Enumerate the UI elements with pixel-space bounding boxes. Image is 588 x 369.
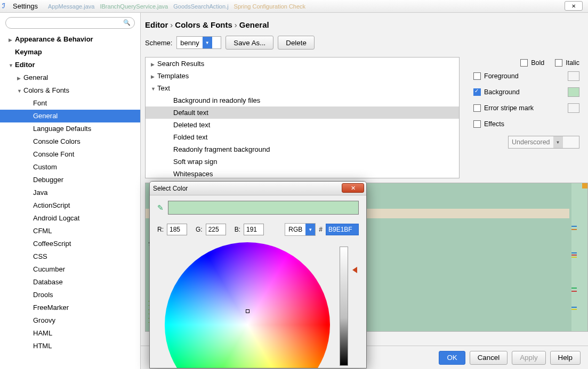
tree-item[interactable]: ▼Editor bbox=[0, 59, 140, 71]
tree-item[interactable]: Drools bbox=[0, 289, 140, 301]
tree-item[interactable]: CSS bbox=[0, 250, 140, 263]
tree-item[interactable]: Java bbox=[0, 186, 140, 199]
category-item[interactable]: Default text bbox=[146, 106, 459, 119]
bold-checkbox[interactable]: Bold bbox=[520, 59, 544, 67]
ok-button[interactable]: OK bbox=[439, 351, 465, 365]
background-checkbox[interactable]: Background bbox=[473, 88, 520, 96]
chevron-down-icon: ▼ bbox=[203, 37, 212, 48]
tree-item[interactable]: Debugger bbox=[0, 174, 140, 186]
chevron-down-icon: ▼ bbox=[305, 224, 315, 235]
category-item[interactable]: Folded text bbox=[146, 131, 459, 143]
settings-tree[interactable]: ▶Appearance & BehaviorKeymap▼Editor▶Gene… bbox=[0, 32, 140, 369]
background-tabs: AppMessage.java IBranchQueryService.java… bbox=[0, 0, 588, 13]
effects-checkbox[interactable]: Effects bbox=[473, 120, 504, 128]
dialog-title-bar[interactable]: Select Color ✕ bbox=[150, 182, 366, 195]
help-button[interactable]: Help bbox=[550, 351, 581, 365]
r-input[interactable] bbox=[167, 224, 187, 235]
tree-item[interactable]: ▼Colors & Fonts bbox=[0, 84, 140, 97]
tree-item[interactable]: Groovy bbox=[0, 314, 140, 327]
tree-item[interactable]: Cucumber bbox=[0, 263, 140, 276]
tree-item[interactable]: Console Font bbox=[0, 148, 140, 161]
category-item[interactable]: Deleted text bbox=[146, 119, 459, 131]
search-input[interactable] bbox=[5, 17, 135, 29]
category-item[interactable]: ▼Text bbox=[146, 82, 459, 94]
foreground-swatch[interactable] bbox=[568, 71, 579, 81]
scheme-label: Scheme: bbox=[145, 39, 172, 47]
preview-right-strip bbox=[571, 183, 587, 331]
tree-item[interactable]: Keymap bbox=[0, 46, 140, 59]
scheme-dropdown[interactable]: benny ▼ bbox=[176, 36, 221, 49]
error-stripe-checkbox[interactable]: Error stripe mark bbox=[473, 104, 534, 112]
expand-arrow-icon: ▶ bbox=[151, 59, 156, 71]
tree-item[interactable]: Android Logcat bbox=[0, 212, 140, 225]
brightness-marker[interactable] bbox=[352, 267, 357, 273]
expand-arrow-icon: ▼ bbox=[17, 85, 22, 97]
expand-arrow-icon: ▼ bbox=[9, 59, 14, 72]
delete-button[interactable]: Delete bbox=[278, 36, 315, 50]
error-stripe-swatch[interactable] bbox=[568, 103, 579, 113]
background-swatch[interactable] bbox=[568, 87, 579, 97]
tree-item[interactable]: ▶Appearance & Behavior bbox=[0, 33, 140, 46]
apply-button[interactable]: Apply bbox=[512, 351, 545, 365]
category-item[interactable]: Soft wrap sign bbox=[146, 155, 459, 168]
color-wheel-marker[interactable] bbox=[246, 309, 249, 313]
tree-item[interactable]: FreeMarker bbox=[0, 301, 140, 314]
settings-sidebar: 🔍 ▶Appearance & BehaviorKeymap▼Editor▶Ge… bbox=[0, 13, 141, 369]
brightness-slider[interactable] bbox=[340, 247, 348, 366]
tree-item[interactable]: Console Colors bbox=[0, 135, 140, 148]
text-attributes: Bold Italic Foreground Background Error … bbox=[465, 57, 588, 178]
tree-item[interactable]: HTML bbox=[0, 340, 140, 352]
tree-item[interactable]: General bbox=[0, 110, 140, 122]
tree-item[interactable]: Language Defaults bbox=[0, 122, 140, 135]
chevron-down-icon: ▼ bbox=[553, 136, 563, 148]
dialog-close-button[interactable]: ✕ bbox=[342, 183, 364, 193]
category-item[interactable]: ▶Search Results bbox=[146, 58, 459, 70]
foreground-checkbox[interactable]: Foreground bbox=[473, 72, 519, 80]
tree-item[interactable]: HAML bbox=[0, 327, 140, 340]
current-color-swatch bbox=[168, 201, 359, 215]
category-item[interactable]: Background in readonly files bbox=[146, 94, 459, 106]
expand-arrow-icon: ▶ bbox=[151, 71, 156, 83]
category-item[interactable]: Whitespaces bbox=[146, 168, 459, 178]
b-input[interactable] bbox=[244, 224, 264, 235]
italic-checkbox[interactable]: Italic bbox=[555, 59, 579, 67]
search-icon: 🔍 bbox=[123, 19, 131, 26]
tree-item[interactable]: Custom bbox=[0, 161, 140, 174]
expand-arrow-icon: ▶ bbox=[17, 72, 22, 85]
expand-arrow-icon: ▼ bbox=[151, 83, 156, 95]
tree-item[interactable]: Database bbox=[0, 276, 140, 289]
color-mode-dropdown[interactable]: RGB ▼ bbox=[285, 223, 316, 236]
color-wheel[interactable] bbox=[165, 242, 330, 368]
window-close-button[interactable]: ✕ bbox=[565, 1, 583, 11]
effects-dropdown[interactable]: Underscored ▼ bbox=[508, 136, 579, 149]
title-bar: ℐ Settings AppMessage.java IBranchQueryS… bbox=[0, 0, 588, 13]
breadcrumb: Editor›Colors & Fonts›General bbox=[141, 13, 588, 36]
g-input[interactable] bbox=[206, 224, 226, 235]
category-list[interactable]: ▶Search Results▶Templates▼TextBackground… bbox=[145, 57, 460, 178]
select-color-dialog: Select Color ✕ ✎ R: G: B: RGB ▼ # bbox=[149, 181, 367, 368]
eyedropper-icon[interactable]: ✎ bbox=[157, 203, 164, 212]
category-item[interactable]: ▶Templates bbox=[146, 70, 459, 82]
category-item[interactable]: Readonly fragment background bbox=[146, 143, 459, 155]
cancel-button[interactable]: Cancel bbox=[470, 351, 508, 365]
expand-arrow-icon: ▶ bbox=[9, 34, 14, 46]
tree-item[interactable]: ActionScript bbox=[0, 199, 140, 212]
hex-input[interactable] bbox=[326, 224, 359, 235]
tree-item[interactable]: CFML bbox=[0, 225, 140, 237]
save-as-button[interactable]: Save As... bbox=[225, 36, 273, 50]
tree-item[interactable]: Font bbox=[0, 97, 140, 110]
tree-item[interactable]: ▶General bbox=[0, 71, 140, 84]
tree-item[interactable]: CoffeeScript bbox=[0, 237, 140, 250]
